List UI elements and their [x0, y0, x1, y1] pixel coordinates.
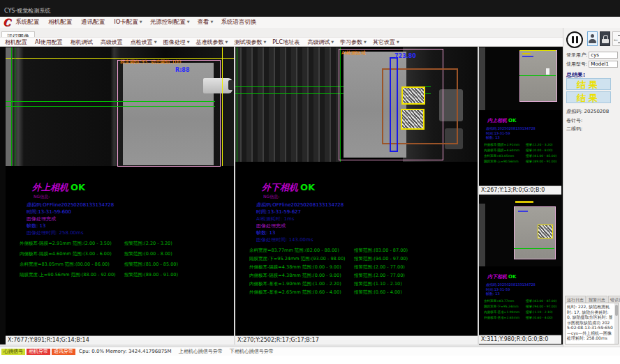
toolbar-item[interactable]: 点检设置▼	[131, 38, 157, 46]
status-badges: 心跳信号相机异常通讯异常	[1, 349, 75, 355]
toolbar-item[interactable]: 其它设置▼	[373, 38, 399, 46]
heartbeat-status-text: 下相机心跳信号异常	[230, 349, 274, 354]
bright-spot	[546, 68, 549, 75]
measurement-row: 隔膜宽度-下=95.24mm 范围:(93.00 - 98.00)报警范围:(9…	[249, 256, 478, 264]
threshold-label: 标定阈值:93, 动态阈值:100	[120, 59, 181, 66]
defect-box	[401, 109, 425, 130]
measurement-row: 内侧极耳-隔膜=4.60mm报警:(0.00 - 8.00)	[484, 149, 561, 154]
cam2-image-canvas[interactable]: AI检测区域 723.80	[235, 47, 478, 162]
chevron-down-icon: ▼	[226, 40, 228, 44]
machinery-edge	[479, 204, 485, 266]
mini-label-mark	[518, 211, 528, 212]
measure-band-rect	[390, 57, 398, 152]
menu-item[interactable]: 系统语言切换	[221, 18, 258, 26]
panel-buttons: ←	[566, 31, 619, 49]
toolbar-item[interactable]: 图像处理▼	[163, 38, 190, 46]
log-area: 运行日志报警日志错误日志 耗时: 222, 缺陷检测耗时: 17, 缺陷分类耗时…	[565, 296, 619, 346]
cam1-image-canvas[interactable]: 标定阈值:93, 动态阈值:100 R:88	[6, 47, 234, 166]
log-tab[interactable]: 报警日志	[586, 296, 607, 303]
log-tab[interactable]: 运行日志	[565, 296, 586, 303]
toolbar-item[interactable]: 相机配置	[5, 38, 29, 46]
chevron-down-icon: ▼	[187, 20, 190, 24]
view-divider	[478, 47, 479, 347]
toolbar-item[interactable]: 基准线参数▼	[196, 38, 228, 46]
model-field[interactable]	[589, 61, 618, 68]
cam1-overlay: 外上相机OK NG信息: 虚拟码:OFFline2025020813313472…	[6, 180, 234, 282]
menu-item[interactable]: 光源控制配置▼	[150, 18, 190, 26]
toolbar: 相机配置 AI使用配置 相机调试 高级设置 点检设置▼ 图像处理▼ 基准线参数▼…	[0, 37, 563, 47]
pause-icon	[566, 31, 583, 48]
menu-item[interactable]: IO卡配置▼	[114, 18, 142, 26]
toolbar-item[interactable]: PLC地址表	[272, 38, 301, 46]
cam4-measurements: 余料宽度=83.77mm报警:(83.00 - 87.00)隔膜宽度-下=95.…	[479, 299, 561, 321]
camera-name: 内下相机	[487, 274, 507, 280]
log-scrollbar-thumb[interactable]	[615, 305, 618, 316]
info-line: 时间:13-31-59-627	[256, 208, 478, 215]
cam3-coordinate-bar: X:267;Y:13;R:0;G:0;B:0	[479, 185, 561, 195]
toolbar-item[interactable]: 相机调试	[71, 38, 94, 46]
measurement-row: 内侧极耳-基准=1.90mm报警:(1.10 - 2.10)	[484, 310, 561, 316]
calibration-line	[519, 50, 556, 51]
right-control-panel: ← 登录用户: 使用型号: 总结果: 结果 结果 虚拟码: 20250208 卷…	[563, 28, 620, 347]
lock-button[interactable]	[600, 31, 610, 46]
camera-view-inner-lower: 内下相机OK 虚拟码:20250208133134728时间:13-31-59帧…	[479, 197, 561, 344]
ai-zone-label: AI检测区域	[341, 50, 366, 56]
measurement-row: 余料宽度=83.77mm报警:(83.00 - 87.00)	[484, 299, 561, 305]
ng-info: NG信息:	[235, 194, 478, 199]
measurement-row: 内侧极耳-隔膜=4.38mm 范围:(0.00 - 9.00)报警范围:(2.0…	[249, 273, 478, 281]
panel-fields: 登录用户: 使用型号:	[563, 52, 620, 70]
qr-code-line: 二维码:	[566, 126, 582, 132]
measure-line	[6, 101, 215, 102]
result-ok: OK	[300, 182, 315, 192]
menu-item[interactable]: 相机配置	[48, 18, 73, 26]
result-ok: OK	[508, 118, 516, 123]
log-tab[interactable]: 错误日志	[608, 296, 620, 303]
chevron-down-icon: ▼	[263, 40, 266, 44]
info-line: 帧数: 13	[486, 291, 561, 296]
cam1-title: 外上相机OK	[6, 180, 234, 194]
cam4-info: 虚拟码:20250208133134728时间:13-31-59帧数: 13	[479, 282, 561, 296]
log-text: 耗时: 222, 缺陷检测耗时: 17, 缺陷分类耗时: 0, 缺陷提取分区耗时…	[567, 304, 613, 340]
electrode-region	[519, 50, 557, 102]
chevron-down-icon: ▼	[187, 40, 190, 44]
pause-button[interactable]	[566, 31, 584, 49]
status-badge: 心跳信号	[1, 349, 25, 355]
electrode-region	[123, 63, 214, 165]
menu-item[interactable]: 查看▼	[198, 18, 214, 26]
menu-list: 系统配置 相机配置 通讯配置 IO卡配置▼ 光源控制配置▼ 查看▼ 系统语言切换	[15, 18, 258, 26]
toolbar-item[interactable]: 测试项参数▼	[234, 38, 266, 46]
model-label: 使用型号:	[566, 61, 587, 68]
chevron-down-icon: ▼	[331, 40, 334, 44]
toolbar-item[interactable]: 高级调试▼	[307, 38, 334, 46]
cam1-coordinate-bar: X:7677;Y:891;R:14;G:14;B:14	[6, 335, 234, 344]
measurement-row: 隔膜宽度-上=90.56mm报警:(89.00 - 91.00)	[484, 160, 561, 165]
title-bar: CYS-视觉检测系统	[0, 0, 620, 17]
cam3-image-canvas[interactable]	[479, 47, 561, 110]
log-tabs: 运行日志报警日志错误日志	[565, 296, 619, 303]
cpu-memory-text: Cpu: 0.0% Memory: 3424.41796875M	[79, 349, 172, 354]
measurement-row: 外侧极耳-隔膜=2.91mm 范围:(2.00 - 3.50)报警范围:(2.2…	[20, 241, 234, 251]
value-tag: 723.80	[394, 53, 416, 59]
user-button[interactable]	[587, 31, 598, 46]
camera-view-inner-upper: 内上相机OK 虚拟码:20250208133134728时间:13-31-59帧…	[479, 47, 561, 195]
login-user-label: 登录用户:	[566, 52, 587, 59]
measurement-row: 内侧极耳-基准=1.90mm 范围:(1.00 - 2.20)报警范围:(1.1…	[249, 281, 478, 289]
menu-item[interactable]: 系统配置	[15, 18, 40, 26]
log-textbox[interactable]: 耗时: 222, 缺陷检测耗时: 17, 缺陷分类耗时: 0, 缺陷提取分区耗时…	[565, 303, 619, 344]
log-scrollbar[interactable]	[614, 303, 618, 344]
login-user-field[interactable]	[589, 52, 618, 59]
exit-button[interactable]: ←	[612, 31, 620, 46]
cam2-info: 虚拟码:OFFline20250208133134728时间:13-31-59-…	[235, 202, 478, 243]
window-title: CYS-视觉检测系统	[4, 7, 50, 15]
toolbar-item[interactable]: 学习参数▼	[340, 38, 367, 46]
toolbar-item[interactable]: AI使用配置	[35, 38, 64, 46]
toolbar-item[interactable]: 高级设置	[101, 38, 124, 46]
info-line: 图像处理完成	[256, 222, 478, 229]
connector-cap	[228, 80, 234, 90]
cam3-overlay: 内上相机OK 虚拟码:20250208133134728时间:13-31-59帧…	[479, 112, 561, 165]
camera-view-outer-lower: AI检测区域 723.80 外下相机OK NG信息: 虚拟码:OFFline20…	[235, 47, 478, 344]
machinery-edge	[479, 47, 485, 110]
cam4-image-canvas[interactable]	[479, 197, 561, 266]
defect-box	[538, 225, 553, 238]
menu-item[interactable]: 通讯配置	[81, 18, 106, 26]
